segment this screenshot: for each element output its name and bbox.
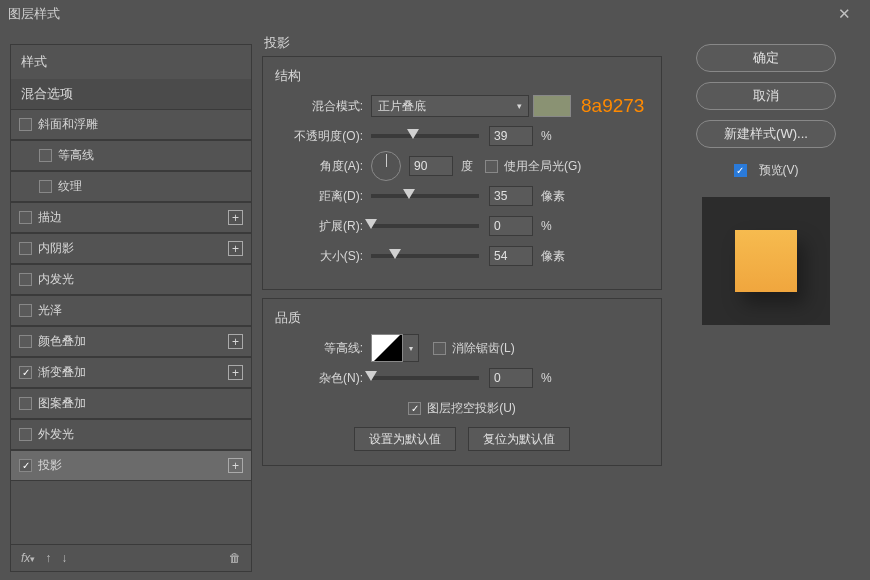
opacity-label: 不透明度(O):	[273, 128, 363, 145]
distance-unit: 像素	[541, 188, 565, 205]
style-label: 外发光	[38, 426, 74, 443]
noise-input[interactable]	[489, 368, 533, 388]
color-hex-annotation: 8a9273	[581, 95, 644, 117]
opacity-unit: %	[541, 129, 552, 143]
style-item-5[interactable]: 内发光	[11, 264, 251, 295]
plus-icon[interactable]: +	[228, 241, 243, 256]
global-light-label: 使用全局光(G)	[504, 158, 581, 175]
style-item-9[interactable]: 图案叠加	[11, 388, 251, 419]
new-style-button[interactable]: 新建样式(W)...	[696, 120, 836, 148]
reset-default-button[interactable]: 复位为默认值	[468, 427, 570, 451]
knockout-checkbox[interactable]	[408, 402, 421, 415]
size-input[interactable]	[489, 246, 533, 266]
style-checkbox[interactable]	[19, 242, 32, 255]
ok-button[interactable]: 确定	[696, 44, 836, 72]
structure-heading: 结构	[275, 67, 651, 85]
noise-slider[interactable]	[371, 376, 479, 380]
style-checkbox[interactable]	[39, 149, 52, 162]
blending-options[interactable]: 混合选项	[11, 79, 251, 109]
angle-label: 角度(A):	[273, 158, 363, 175]
style-label: 描边	[38, 209, 62, 226]
noise-unit: %	[541, 371, 552, 385]
preview-square	[735, 230, 797, 292]
style-checkbox[interactable]	[39, 180, 52, 193]
contour-swatch[interactable]	[371, 334, 403, 362]
quality-heading: 品质	[275, 309, 651, 327]
style-checkbox[interactable]	[19, 459, 32, 472]
style-checkbox[interactable]	[19, 304, 32, 317]
size-slider[interactable]	[371, 254, 479, 258]
effect-title: 投影	[264, 34, 662, 52]
size-unit: 像素	[541, 248, 565, 265]
style-checkbox[interactable]	[19, 211, 32, 224]
close-icon[interactable]: ✕	[826, 0, 862, 28]
spread-label: 扩展(R):	[273, 218, 363, 235]
window-title: 图层样式	[8, 5, 60, 23]
style-item-2[interactable]: 纹理	[11, 171, 251, 202]
chevron-down-icon: ▾	[517, 101, 522, 111]
shadow-color-swatch[interactable]	[533, 95, 571, 117]
angle-dial[interactable]	[371, 151, 401, 181]
set-default-button[interactable]: 设置为默认值	[354, 427, 456, 451]
antialias-label: 消除锯齿(L)	[452, 340, 515, 357]
cancel-button[interactable]: 取消	[696, 82, 836, 110]
fx-icon[interactable]: fx▾	[21, 551, 35, 565]
spread-unit: %	[541, 219, 552, 233]
style-item-4[interactable]: 内阴影+	[11, 233, 251, 264]
style-label: 内发光	[38, 271, 74, 288]
size-label: 大小(S):	[273, 248, 363, 265]
style-item-1[interactable]: 等高线	[11, 140, 251, 171]
style-item-0[interactable]: 斜面和浮雕	[11, 109, 251, 140]
arrow-up-icon[interactable]: ↑	[45, 551, 51, 565]
blend-mode-label: 混合模式:	[273, 98, 363, 115]
style-label: 颜色叠加	[38, 333, 86, 350]
style-checkbox[interactable]	[19, 273, 32, 286]
style-label: 等高线	[58, 147, 94, 164]
style-checkbox[interactable]	[19, 335, 32, 348]
distance-input[interactable]	[489, 186, 533, 206]
style-label: 图案叠加	[38, 395, 86, 412]
style-label: 斜面和浮雕	[38, 116, 98, 133]
preview-thumbnail	[702, 197, 830, 325]
knockout-label: 图层挖空投影(U)	[427, 400, 516, 417]
preview-label: 预览(V)	[759, 162, 799, 179]
style-label: 投影	[38, 457, 62, 474]
angle-unit: 度	[461, 158, 473, 175]
style-item-6[interactable]: 光泽	[11, 295, 251, 326]
opacity-slider[interactable]	[371, 134, 479, 138]
styles-header[interactable]: 样式	[11, 45, 251, 79]
plus-icon[interactable]: +	[228, 210, 243, 225]
style-label: 纹理	[58, 178, 82, 195]
quality-group: 品质 等高线: ▾ 消除锯齿(L) 杂色(N): % 图层挖空投影(U)	[262, 298, 662, 466]
style-checkbox[interactable]	[19, 428, 32, 441]
style-item-3[interactable]: 描边+	[11, 202, 251, 233]
style-item-10[interactable]: 外发光	[11, 419, 251, 450]
style-checkbox[interactable]	[19, 397, 32, 410]
trash-icon[interactable]: 🗑	[229, 551, 241, 565]
style-label: 渐变叠加	[38, 364, 86, 381]
contour-dropdown-arrow[interactable]: ▾	[403, 334, 419, 362]
style-item-7[interactable]: 颜色叠加+	[11, 326, 251, 357]
plus-icon[interactable]: +	[228, 458, 243, 473]
spread-input[interactable]	[489, 216, 533, 236]
global-light-checkbox[interactable]	[485, 160, 498, 173]
angle-input[interactable]	[409, 156, 453, 176]
style-item-11[interactable]: 投影+	[11, 450, 251, 481]
distance-slider[interactable]	[371, 194, 479, 198]
style-item-8[interactable]: 渐变叠加+	[11, 357, 251, 388]
style-checkbox[interactable]	[19, 118, 32, 131]
arrow-down-icon[interactable]: ↓	[61, 551, 67, 565]
structure-group: 结构 混合模式: 正片叠底 ▾ 8a9273 不透明度(O): % 角度(A):	[262, 56, 662, 290]
style-label: 内阴影	[38, 240, 74, 257]
plus-icon[interactable]: +	[228, 365, 243, 380]
antialias-checkbox[interactable]	[433, 342, 446, 355]
plus-icon[interactable]: +	[228, 334, 243, 349]
opacity-input[interactable]	[489, 126, 533, 146]
styles-panel: 样式 混合选项 斜面和浮雕等高线纹理描边+内阴影+内发光光泽颜色叠加+渐变叠加+…	[10, 44, 252, 572]
spread-slider[interactable]	[371, 224, 479, 228]
blend-mode-dropdown[interactable]: 正片叠底 ▾	[371, 95, 529, 117]
style-checkbox[interactable]	[19, 366, 32, 379]
preview-checkbox[interactable]	[734, 164, 747, 177]
contour-label: 等高线:	[273, 340, 363, 357]
noise-label: 杂色(N):	[273, 370, 363, 387]
